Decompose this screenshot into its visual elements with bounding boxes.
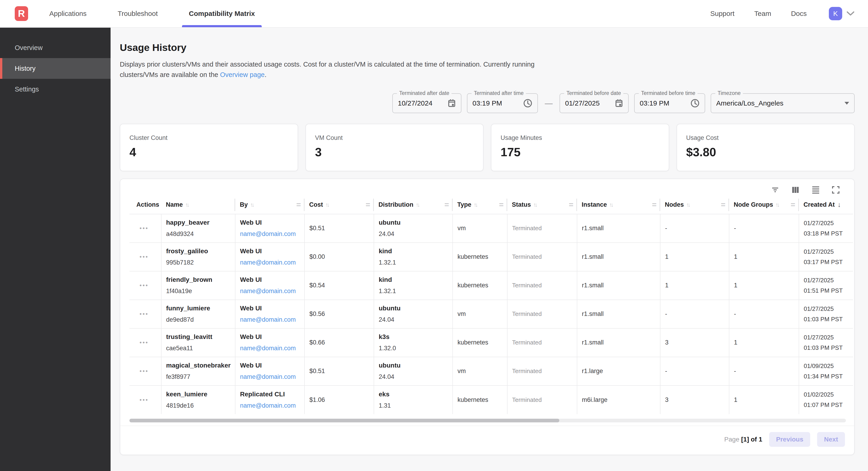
sidebar-item-settings[interactable]: Settings — [0, 79, 111, 99]
column-menu-icon[interactable]: = — [296, 200, 301, 209]
terminated-after-time-value[interactable]: 03:19 PM — [472, 99, 502, 107]
columns-icon[interactable] — [791, 186, 800, 194]
row-actions-button[interactable]: ••• — [140, 339, 149, 346]
created-time: 01:34 PM PST — [804, 373, 851, 380]
horizontal-scrollbar-thumb[interactable] — [129, 419, 559, 422]
cost-cell: $0.56 — [305, 300, 374, 328]
distribution-version: 1.32.1 — [379, 288, 450, 295]
email-link[interactable]: name@domain.com — [240, 345, 302, 352]
stat-label: Cluster Count — [129, 134, 288, 142]
node-groups-cell: 1 — [729, 243, 799, 271]
column-header-type[interactable]: Type↑↓= — [453, 196, 507, 214]
created-time: 01:03 PM PST — [804, 316, 851, 323]
stat-card-vm-count: VM Count 3 — [306, 124, 484, 171]
sidebar-item-history[interactable]: History — [0, 58, 111, 79]
status-badge: Terminated — [507, 328, 577, 357]
type-cell: kubernetes — [453, 243, 507, 271]
created-date: 01/27/2025 — [804, 334, 851, 341]
node-groups-cell: - — [729, 300, 799, 328]
filter-icon[interactable] — [771, 186, 779, 194]
fullscreen-icon[interactable] — [832, 186, 840, 194]
usage-history-table-card: Actions Name↑↓ By↑↓= Cost↑↓= Distributio… — [120, 179, 855, 455]
column-header-name[interactable]: Name↑↓ — [161, 196, 235, 214]
column-header-node-groups[interactable]: Node Groups↑↓= — [729, 196, 799, 214]
filter-bar: Terminated after date 10/27/2024 Termina… — [120, 93, 855, 113]
created-date: 01/09/2025 — [804, 362, 851, 370]
replicated-logo[interactable]: R — [15, 6, 28, 21]
column-menu-icon[interactable]: = — [366, 200, 370, 209]
stat-value: 3 — [315, 145, 474, 159]
horizontal-scrollbar-track — [129, 419, 846, 422]
row-actions-button[interactable]: ••• — [140, 396, 149, 403]
terminated-after-date-field[interactable]: Terminated after date 10/27/2024 — [392, 93, 461, 113]
calendar-icon[interactable] — [447, 99, 456, 108]
next-page-button[interactable]: Next — [817, 432, 845, 447]
column-menu-icon[interactable]: = — [499, 200, 503, 209]
overview-page-link[interactable]: Overview page — [220, 71, 265, 78]
nav-link-support[interactable]: Support — [710, 10, 734, 18]
column-header-nodes[interactable]: Nodes↑↓= — [660, 196, 729, 214]
column-menu-icon[interactable]: = — [652, 200, 656, 209]
clock-icon[interactable] — [690, 99, 700, 108]
calendar-icon[interactable] — [615, 99, 623, 108]
terminated-before-date-value[interactable]: 01/27/2025 — [565, 99, 600, 107]
tab-applications[interactable]: Applications — [49, 0, 87, 27]
type-cell: kubernetes — [453, 271, 507, 300]
column-menu-icon[interactable]: = — [569, 200, 574, 209]
avatar[interactable]: K — [829, 7, 842, 20]
terminated-before-time-field[interactable]: Terminated before time 03:19 PM — [634, 93, 705, 113]
instance-cell: r1.small — [577, 271, 660, 300]
created-by: Web UI — [240, 362, 302, 369]
email-link[interactable]: name@domain.com — [240, 230, 302, 238]
email-link[interactable]: name@domain.com — [240, 288, 302, 295]
column-header-by[interactable]: By↑↓= — [235, 196, 305, 214]
cluster-id: 4819de16 — [166, 402, 232, 409]
timezone-select[interactable]: Timezone America/Los_Angeles — [711, 93, 855, 113]
clock-icon[interactable] — [523, 99, 532, 108]
instance-cell: r1.small — [577, 214, 660, 243]
sidebar-item-overview[interactable]: Overview — [0, 37, 111, 58]
column-header-cost[interactable]: Cost↑↓= — [305, 196, 374, 214]
column-header-status[interactable]: Status↑↓= — [507, 196, 577, 214]
cluster-name: magical_stonebraker — [166, 362, 232, 369]
column-menu-icon[interactable]: = — [444, 200, 449, 209]
terminated-before-date-field[interactable]: Terminated before date 01/27/2025 — [560, 93, 629, 113]
previous-page-button[interactable]: Previous — [769, 432, 810, 447]
distribution: ubuntu — [379, 305, 450, 312]
column-menu-icon[interactable]: = — [790, 200, 795, 209]
column-menu-icon[interactable]: = — [721, 200, 725, 209]
tab-compatibility-matrix[interactable]: Compatibility Matrix — [182, 0, 262, 27]
chevron-down-icon — [846, 11, 855, 16]
created-time: 03:18 PM PST — [804, 230, 851, 237]
row-actions-button[interactable]: ••• — [140, 282, 149, 289]
table-row: ••• magical_stonebrakerfe3f8977 Web UIna… — [129, 357, 853, 385]
email-link[interactable]: name@domain.com — [240, 316, 302, 323]
row-actions-button[interactable]: ••• — [140, 225, 149, 232]
terminated-after-time-field[interactable]: Terminated after time 03:19 PM — [467, 93, 538, 113]
email-link[interactable]: name@domain.com — [240, 402, 302, 409]
table-row: ••• friendly_brown1f40a19e Web UIname@do… — [129, 271, 853, 300]
column-header-distribution[interactable]: Distribution↑↓= — [374, 196, 453, 214]
row-actions-button[interactable]: ••• — [140, 367, 149, 375]
nav-link-team[interactable]: Team — [754, 10, 771, 18]
row-actions-button[interactable]: ••• — [140, 311, 149, 317]
status-badge: Terminated — [507, 214, 577, 243]
terminated-after-date-value[interactable]: 10/27/2024 — [398, 99, 432, 107]
date-range-dash: — — [544, 99, 554, 108]
type-cell: kubernetes — [453, 385, 507, 414]
density-icon[interactable] — [811, 185, 820, 194]
email-link[interactable]: name@domain.com — [240, 259, 302, 266]
row-actions-button[interactable]: ••• — [140, 253, 149, 260]
terminated-before-time-value[interactable]: 03:19 PM — [640, 99, 669, 107]
dropdown-caret-icon[interactable] — [844, 102, 849, 105]
terminated-after-date-label: Terminated after date — [397, 90, 452, 96]
email-link[interactable]: name@domain.com — [240, 373, 302, 380]
user-menu[interactable]: K — [829, 7, 855, 20]
tab-troubleshoot[interactable]: Troubleshoot — [118, 0, 158, 27]
column-header-instance[interactable]: Instance↑↓= — [577, 196, 660, 214]
timezone-value[interactable]: America/Los_Angeles — [716, 99, 783, 107]
nav-link-docs[interactable]: Docs — [791, 10, 807, 18]
created-by: Web UI — [240, 247, 302, 255]
column-header-created-at[interactable]: Created At↓ — [799, 196, 853, 214]
status-badge: Terminated — [507, 271, 577, 300]
